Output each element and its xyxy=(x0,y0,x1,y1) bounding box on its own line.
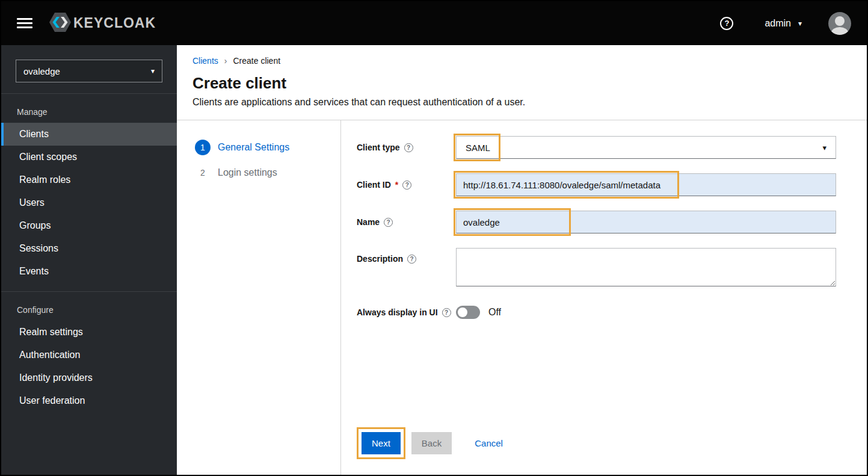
client-id-label: Client ID * ? xyxy=(357,180,456,190)
sidebar-item-realm-settings[interactable]: Realm settings xyxy=(1,321,177,344)
step-number-badge: 1 xyxy=(195,140,211,155)
page-subtitle: Clients are applications and services th… xyxy=(192,97,851,108)
nav-group-manage: Manage Clients Client scopes Realm roles… xyxy=(1,94,177,283)
client-id-input[interactable] xyxy=(456,173,836,196)
chevron-right-icon: › xyxy=(224,56,227,66)
chevron-down-icon: ▾ xyxy=(151,67,155,75)
sidebar-item-groups[interactable]: Groups xyxy=(1,214,177,237)
breadcrumb-link-clients[interactable]: Clients xyxy=(192,56,218,66)
avatar[interactable] xyxy=(828,12,851,35)
nav-group-label: Configure xyxy=(1,300,177,321)
sidebar-item-authentication[interactable]: Authentication xyxy=(1,344,177,366)
topbar-right: ? admin ▾ xyxy=(720,12,851,35)
name-input[interactable] xyxy=(456,211,836,233)
description-help-icon[interactable]: ? xyxy=(407,255,416,264)
always-display-toggle[interactable] xyxy=(456,306,480,319)
breadcrumb: Clients › Create client xyxy=(192,56,851,66)
always-display-row: Always display in UI ? Off xyxy=(357,306,836,319)
description-row: Description ? xyxy=(357,248,836,289)
client-type-help-icon[interactable]: ? xyxy=(404,143,413,152)
sidebar-item-users[interactable]: Users xyxy=(1,191,177,214)
wizard-step-login-settings[interactable]: 2 Login settings xyxy=(177,160,340,185)
client-type-value: SAML xyxy=(466,143,490,153)
caret-down-icon: ▾ xyxy=(822,143,826,152)
annotation-highlight: Next xyxy=(357,427,405,459)
name-label: Name ? xyxy=(357,217,456,227)
always-display-label: Always display in UI ? xyxy=(357,308,456,317)
next-button[interactable]: Next xyxy=(362,432,401,454)
sidebar-nav: ovaledge ▾ Manage Clients Client scopes … xyxy=(1,45,177,475)
create-client-wizard: 1 General Settings 2 Login settings Clie… xyxy=(177,120,867,475)
keycloak-logo: KEYCLOAK xyxy=(48,10,156,37)
sidebar-item-identity-providers[interactable]: Identity providers xyxy=(1,366,177,389)
client-id-row: Client ID * ? xyxy=(357,173,836,196)
hamburger-menu-icon[interactable] xyxy=(17,16,32,31)
name-row: Name ? xyxy=(357,211,836,233)
description-label: Description ? xyxy=(357,248,456,264)
wizard-step-general-settings[interactable]: 1 General Settings xyxy=(177,135,340,160)
required-indicator: * xyxy=(395,180,398,190)
username: admin xyxy=(765,18,791,29)
name-help-icon[interactable]: ? xyxy=(384,218,393,227)
step-number: 2 xyxy=(195,165,211,181)
client-type-row: Client type ? SAML ▾ xyxy=(357,136,836,159)
keycloak-admin-console: KEYCLOAK ? admin ▾ ovaledge ▾ xyxy=(0,0,868,476)
nav-group-label: Manage xyxy=(1,102,177,123)
chevron-down-icon: ▾ xyxy=(798,19,802,28)
realm-selector-block: ovaledge ▾ xyxy=(1,45,177,94)
page-header: Clients › Create client Create client Cl… xyxy=(177,45,867,120)
wizard-steps-nav: 1 General Settings 2 Login settings xyxy=(177,120,341,475)
help-icon[interactable]: ? xyxy=(720,17,733,30)
back-button[interactable]: Back xyxy=(411,432,452,454)
sidebar-item-clients[interactable]: Clients xyxy=(1,123,177,146)
page-title: Create client xyxy=(192,74,851,93)
user-menu-dropdown[interactable]: admin ▾ xyxy=(765,18,802,29)
wizard-footer: Next Back Cancel xyxy=(357,427,836,459)
sidebar-item-events[interactable]: Events xyxy=(1,260,177,283)
sidebar-item-user-federation[interactable]: User federation xyxy=(1,389,177,412)
description-textarea[interactable] xyxy=(456,248,836,286)
client-type-label: Client type ? xyxy=(357,143,456,152)
toggle-state-label: Off xyxy=(488,307,501,318)
client-type-select[interactable]: SAML ▾ xyxy=(456,136,836,159)
main-content: Clients › Create client Create client Cl… xyxy=(177,45,867,475)
nav-group-configure: Configure Realm settings Authentication … xyxy=(1,291,177,412)
sidebar-item-realm-roles[interactable]: Realm roles xyxy=(1,168,177,191)
sidebar-item-sessions[interactable]: Sessions xyxy=(1,237,177,260)
general-settings-form: Client type ? SAML ▾ xyxy=(341,120,867,475)
sidebar-item-client-scopes[interactable]: Client scopes xyxy=(1,146,177,168)
client-id-help-icon[interactable]: ? xyxy=(402,181,411,190)
realm-selector-dropdown[interactable]: ovaledge ▾ xyxy=(16,60,162,82)
breadcrumb-current: Create client xyxy=(233,56,280,66)
cancel-button[interactable]: Cancel xyxy=(472,432,505,454)
keycloak-logo-icon xyxy=(48,10,72,37)
brand-name: KEYCLOAK xyxy=(73,15,156,31)
topbar: KEYCLOAK ? admin ▾ xyxy=(1,1,867,45)
realm-selector-value: ovaledge xyxy=(23,66,60,76)
always-display-help-icon[interactable]: ? xyxy=(442,308,451,317)
